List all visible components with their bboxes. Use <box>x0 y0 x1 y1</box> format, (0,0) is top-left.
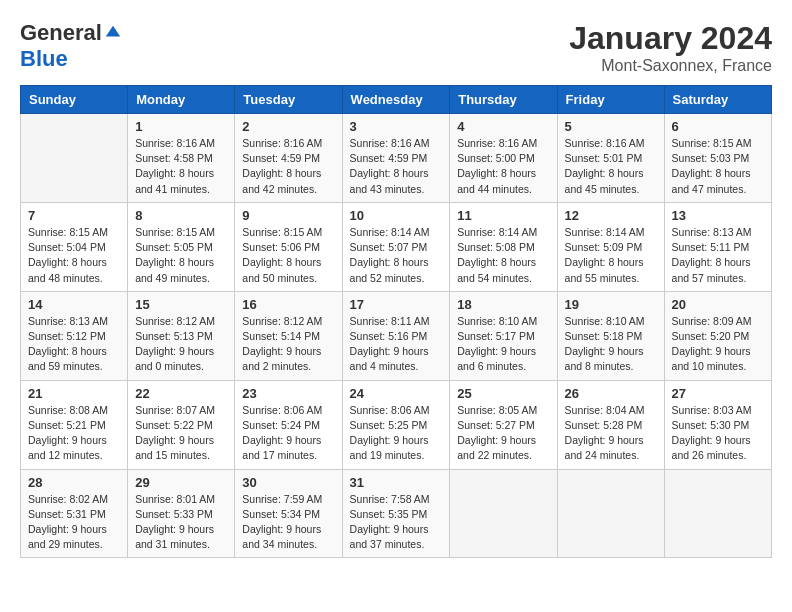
day-number: 4 <box>457 119 549 134</box>
day-info: Sunrise: 8:13 AMSunset: 5:11 PMDaylight:… <box>672 225 764 286</box>
day-info: Sunrise: 8:10 AMSunset: 5:18 PMDaylight:… <box>565 314 657 375</box>
day-info: Sunrise: 8:15 AMSunset: 5:05 PMDaylight:… <box>135 225 227 286</box>
day-info: Sunrise: 8:16 AMSunset: 4:58 PMDaylight:… <box>135 136 227 197</box>
calendar-cell: 13Sunrise: 8:13 AMSunset: 5:11 PMDayligh… <box>664 202 771 291</box>
day-info: Sunrise: 8:09 AMSunset: 5:20 PMDaylight:… <box>672 314 764 375</box>
day-number: 1 <box>135 119 227 134</box>
day-number: 6 <box>672 119 764 134</box>
day-number: 7 <box>28 208 120 223</box>
weekday-header-tuesday: Tuesday <box>235 86 342 114</box>
day-number: 22 <box>135 386 227 401</box>
day-info: Sunrise: 8:12 AMSunset: 5:13 PMDaylight:… <box>135 314 227 375</box>
weekday-header-sunday: Sunday <box>21 86 128 114</box>
weekday-header-thursday: Thursday <box>450 86 557 114</box>
logo-general-text: General <box>20 20 102 46</box>
day-info: Sunrise: 8:16 AMSunset: 5:01 PMDaylight:… <box>565 136 657 197</box>
calendar-cell: 28Sunrise: 8:02 AMSunset: 5:31 PMDayligh… <box>21 469 128 558</box>
calendar-cell: 9Sunrise: 8:15 AMSunset: 5:06 PMDaylight… <box>235 202 342 291</box>
day-info: Sunrise: 8:15 AMSunset: 5:03 PMDaylight:… <box>672 136 764 197</box>
calendar-cell: 20Sunrise: 8:09 AMSunset: 5:20 PMDayligh… <box>664 291 771 380</box>
day-info: Sunrise: 8:07 AMSunset: 5:22 PMDaylight:… <box>135 403 227 464</box>
day-info: Sunrise: 8:04 AMSunset: 5:28 PMDaylight:… <box>565 403 657 464</box>
calendar-cell: 22Sunrise: 8:07 AMSunset: 5:22 PMDayligh… <box>128 380 235 469</box>
calendar-cell <box>21 114 128 203</box>
day-number: 20 <box>672 297 764 312</box>
day-number: 21 <box>28 386 120 401</box>
calendar-cell: 25Sunrise: 8:05 AMSunset: 5:27 PMDayligh… <box>450 380 557 469</box>
day-number: 29 <box>135 475 227 490</box>
calendar-week-row: 7Sunrise: 8:15 AMSunset: 5:04 PMDaylight… <box>21 202 772 291</box>
logo-blue-text: Blue <box>20 46 68 72</box>
day-number: 15 <box>135 297 227 312</box>
day-info: Sunrise: 8:02 AMSunset: 5:31 PMDaylight:… <box>28 492 120 553</box>
day-number: 13 <box>672 208 764 223</box>
calendar-cell: 4Sunrise: 8:16 AMSunset: 5:00 PMDaylight… <box>450 114 557 203</box>
day-info: Sunrise: 8:05 AMSunset: 5:27 PMDaylight:… <box>457 403 549 464</box>
weekday-header-wednesday: Wednesday <box>342 86 450 114</box>
day-number: 24 <box>350 386 443 401</box>
day-number: 30 <box>242 475 334 490</box>
day-info: Sunrise: 8:16 AMSunset: 4:59 PMDaylight:… <box>350 136 443 197</box>
day-info: Sunrise: 8:12 AMSunset: 5:14 PMDaylight:… <box>242 314 334 375</box>
day-number: 14 <box>28 297 120 312</box>
day-info: Sunrise: 8:11 AMSunset: 5:16 PMDaylight:… <box>350 314 443 375</box>
day-info: Sunrise: 7:58 AMSunset: 5:35 PMDaylight:… <box>350 492 443 553</box>
calendar-cell: 17Sunrise: 8:11 AMSunset: 5:16 PMDayligh… <box>342 291 450 380</box>
day-number: 11 <box>457 208 549 223</box>
calendar-cell: 18Sunrise: 8:10 AMSunset: 5:17 PMDayligh… <box>450 291 557 380</box>
calendar-cell: 1Sunrise: 8:16 AMSunset: 4:58 PMDaylight… <box>128 114 235 203</box>
day-number: 27 <box>672 386 764 401</box>
calendar-cell: 6Sunrise: 8:15 AMSunset: 5:03 PMDaylight… <box>664 114 771 203</box>
calendar-week-row: 21Sunrise: 8:08 AMSunset: 5:21 PMDayligh… <box>21 380 772 469</box>
calendar-cell: 30Sunrise: 7:59 AMSunset: 5:34 PMDayligh… <box>235 469 342 558</box>
day-info: Sunrise: 8:06 AMSunset: 5:24 PMDaylight:… <box>242 403 334 464</box>
svg-marker-0 <box>106 26 120 37</box>
day-info: Sunrise: 8:14 AMSunset: 5:09 PMDaylight:… <box>565 225 657 286</box>
day-info: Sunrise: 8:08 AMSunset: 5:21 PMDaylight:… <box>28 403 120 464</box>
calendar-cell: 8Sunrise: 8:15 AMSunset: 5:05 PMDaylight… <box>128 202 235 291</box>
calendar-cell: 12Sunrise: 8:14 AMSunset: 5:09 PMDayligh… <box>557 202 664 291</box>
calendar-cell <box>450 469 557 558</box>
calendar-cell: 16Sunrise: 8:12 AMSunset: 5:14 PMDayligh… <box>235 291 342 380</box>
calendar-cell: 2Sunrise: 8:16 AMSunset: 4:59 PMDaylight… <box>235 114 342 203</box>
calendar-week-row: 14Sunrise: 8:13 AMSunset: 5:12 PMDayligh… <box>21 291 772 380</box>
calendar-cell: 31Sunrise: 7:58 AMSunset: 5:35 PMDayligh… <box>342 469 450 558</box>
month-title: January 2024 <box>569 20 772 57</box>
day-number: 8 <box>135 208 227 223</box>
day-info: Sunrise: 8:16 AMSunset: 5:00 PMDaylight:… <box>457 136 549 197</box>
calendar-cell: 3Sunrise: 8:16 AMSunset: 4:59 PMDaylight… <box>342 114 450 203</box>
day-info: Sunrise: 8:13 AMSunset: 5:12 PMDaylight:… <box>28 314 120 375</box>
day-info: Sunrise: 8:14 AMSunset: 5:07 PMDaylight:… <box>350 225 443 286</box>
calendar-cell: 27Sunrise: 8:03 AMSunset: 5:30 PMDayligh… <box>664 380 771 469</box>
day-info: Sunrise: 8:16 AMSunset: 4:59 PMDaylight:… <box>242 136 334 197</box>
day-number: 3 <box>350 119 443 134</box>
calendar-cell <box>664 469 771 558</box>
weekday-header-row: SundayMondayTuesdayWednesdayThursdayFrid… <box>21 86 772 114</box>
day-number: 12 <box>565 208 657 223</box>
calendar-cell <box>557 469 664 558</box>
day-number: 23 <box>242 386 334 401</box>
day-number: 5 <box>565 119 657 134</box>
location-title: Mont-Saxonnex, France <box>569 57 772 75</box>
calendar-cell: 29Sunrise: 8:01 AMSunset: 5:33 PMDayligh… <box>128 469 235 558</box>
day-info: Sunrise: 8:15 AMSunset: 5:06 PMDaylight:… <box>242 225 334 286</box>
calendar-cell: 21Sunrise: 8:08 AMSunset: 5:21 PMDayligh… <box>21 380 128 469</box>
calendar-week-row: 28Sunrise: 8:02 AMSunset: 5:31 PMDayligh… <box>21 469 772 558</box>
weekday-header-friday: Friday <box>557 86 664 114</box>
day-info: Sunrise: 8:06 AMSunset: 5:25 PMDaylight:… <box>350 403 443 464</box>
day-number: 10 <box>350 208 443 223</box>
day-number: 28 <box>28 475 120 490</box>
calendar-cell: 23Sunrise: 8:06 AMSunset: 5:24 PMDayligh… <box>235 380 342 469</box>
page-header: General Blue January 2024 Mont-Saxonnex,… <box>20 20 772 75</box>
calendar-cell: 19Sunrise: 8:10 AMSunset: 5:18 PMDayligh… <box>557 291 664 380</box>
calendar-cell: 26Sunrise: 8:04 AMSunset: 5:28 PMDayligh… <box>557 380 664 469</box>
day-number: 17 <box>350 297 443 312</box>
day-info: Sunrise: 8:10 AMSunset: 5:17 PMDaylight:… <box>457 314 549 375</box>
day-info: Sunrise: 8:03 AMSunset: 5:30 PMDaylight:… <box>672 403 764 464</box>
logo: General Blue <box>20 20 122 72</box>
weekday-header-monday: Monday <box>128 86 235 114</box>
weekday-header-saturday: Saturday <box>664 86 771 114</box>
day-number: 31 <box>350 475 443 490</box>
title-block: January 2024 Mont-Saxonnex, France <box>569 20 772 75</box>
day-number: 26 <box>565 386 657 401</box>
